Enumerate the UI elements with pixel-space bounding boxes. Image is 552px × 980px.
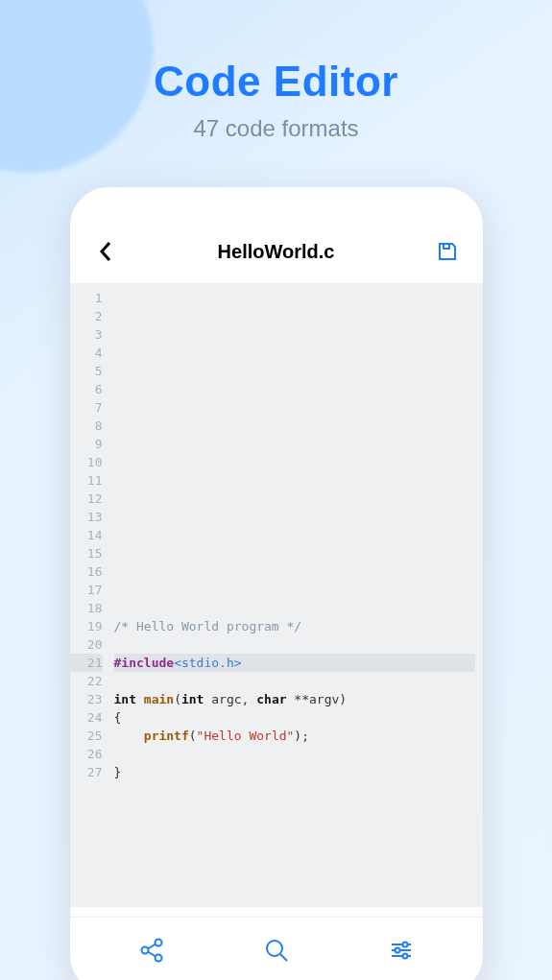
line-number: 6 — [70, 380, 103, 398]
line-number: 1 — [70, 289, 103, 307]
code-line[interactable] — [114, 526, 475, 544]
line-number: 12 — [70, 490, 103, 508]
code-line[interactable] — [114, 325, 475, 344]
line-number: 18 — [70, 599, 103, 617]
code-line[interactable] — [114, 380, 475, 398]
code-line[interactable] — [114, 508, 475, 526]
line-number: 22 — [70, 672, 103, 690]
line-number: 27 — [70, 763, 103, 781]
bottom-toolbar — [70, 917, 483, 980]
line-number: 5 — [70, 362, 103, 380]
code-line[interactable]: /* Hello World program */ — [114, 617, 475, 635]
line-number: 8 — [70, 417, 103, 435]
svg-point-12 — [395, 947, 399, 952]
code-area[interactable]: /* Hello World program */#include<stdio.… — [108, 283, 483, 907]
line-number: 21 — [70, 654, 103, 672]
code-line[interactable]: } — [114, 763, 475, 781]
line-number: 15 — [70, 544, 103, 562]
phone-frame: HelloWorld.c 123456789101112131415161718… — [70, 187, 483, 980]
code-line[interactable] — [114, 362, 475, 380]
line-number: 3 — [70, 325, 103, 344]
code-line[interactable] — [114, 672, 475, 690]
line-number: 24 — [70, 708, 103, 727]
app-header: HelloWorld.c — [70, 220, 483, 283]
code-editor[interactable]: 1234567891011121314151617181920212223242… — [70, 283, 483, 907]
back-icon — [99, 241, 112, 262]
code-line[interactable] — [114, 635, 475, 654]
code-line[interactable] — [114, 581, 475, 599]
svg-point-2 — [155, 939, 161, 945]
svg-line-7 — [280, 954, 287, 961]
line-number: 11 — [70, 471, 103, 490]
code-line[interactable] — [114, 398, 475, 417]
hero-subtitle: 47 code formats — [0, 115, 552, 142]
code-line[interactable] — [114, 599, 475, 617]
search-button[interactable] — [253, 927, 300, 973]
code-line[interactable] — [114, 490, 475, 508]
line-number: 17 — [70, 581, 103, 599]
code-line[interactable]: int main(int argc, char **argv) — [114, 690, 475, 708]
line-number: 7 — [70, 398, 103, 417]
search-icon — [263, 937, 290, 964]
line-number: 2 — [70, 307, 103, 325]
line-number: 13 — [70, 508, 103, 526]
save-icon — [436, 240, 459, 263]
hero-title: Code Editor — [0, 0, 552, 106]
svg-point-11 — [402, 942, 407, 946]
svg-line-4 — [148, 944, 156, 948]
code-line[interactable] — [114, 562, 475, 581]
code-line[interactable] — [114, 344, 475, 362]
line-number: 16 — [70, 562, 103, 581]
code-line[interactable]: #include<stdio.h> — [114, 654, 475, 672]
code-line[interactable] — [114, 435, 475, 453]
share-button[interactable] — [129, 927, 175, 973]
file-title: HelloWorld.c — [218, 241, 335, 263]
back-button[interactable] — [91, 237, 120, 266]
line-number: 4 — [70, 344, 103, 362]
line-number: 25 — [70, 727, 103, 745]
svg-point-13 — [402, 953, 407, 958]
settings-icon — [388, 937, 415, 964]
code-line[interactable] — [114, 544, 475, 562]
line-number: 26 — [70, 745, 103, 763]
svg-point-6 — [267, 941, 282, 956]
line-number: 23 — [70, 690, 103, 708]
svg-point-1 — [141, 946, 148, 953]
svg-point-3 — [155, 954, 161, 961]
code-line[interactable] — [114, 471, 475, 490]
line-number: 10 — [70, 453, 103, 471]
code-line[interactable] — [114, 307, 475, 325]
share-icon — [138, 937, 165, 964]
code-line[interactable] — [114, 289, 475, 307]
code-line[interactable]: { — [114, 708, 475, 727]
settings-button[interactable] — [378, 927, 424, 973]
code-line[interactable] — [114, 745, 475, 763]
svg-line-5 — [148, 951, 156, 956]
svg-rect-0 — [444, 244, 449, 249]
save-button[interactable] — [433, 237, 462, 266]
line-number: 19 — [70, 617, 103, 635]
code-line[interactable] — [114, 417, 475, 435]
line-number: 14 — [70, 526, 103, 544]
code-line[interactable] — [114, 453, 475, 471]
line-number: 9 — [70, 435, 103, 453]
line-gutter: 1234567891011121314151617181920212223242… — [70, 283, 108, 907]
code-line[interactable]: printf("Hello World"); — [114, 727, 475, 745]
line-number: 20 — [70, 635, 103, 654]
